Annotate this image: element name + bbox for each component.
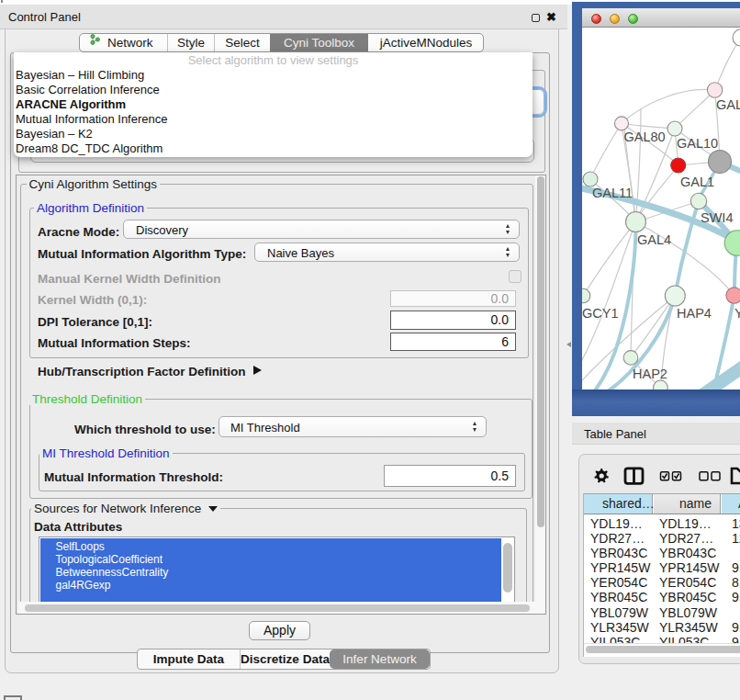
svg-text:GAL: GAL (716, 97, 740, 112)
svg-text:GCY1: GCY1 (582, 306, 619, 321)
svg-text:GAL1: GAL1 (680, 175, 714, 189)
svg-text:GAL4: GAL4 (637, 232, 671, 247)
svg-text:Y: Y (734, 306, 740, 321)
svg-text:HAP4: HAP4 (677, 306, 712, 321)
svg-text:GAL10: GAL10 (677, 136, 718, 151)
svg-text:HAP2: HAP2 (633, 367, 667, 381)
svg-text:GAL11: GAL11 (592, 186, 633, 200)
svg-text:GAL80: GAL80 (624, 130, 666, 144)
svg-text:SWI4: SWI4 (701, 210, 733, 225)
